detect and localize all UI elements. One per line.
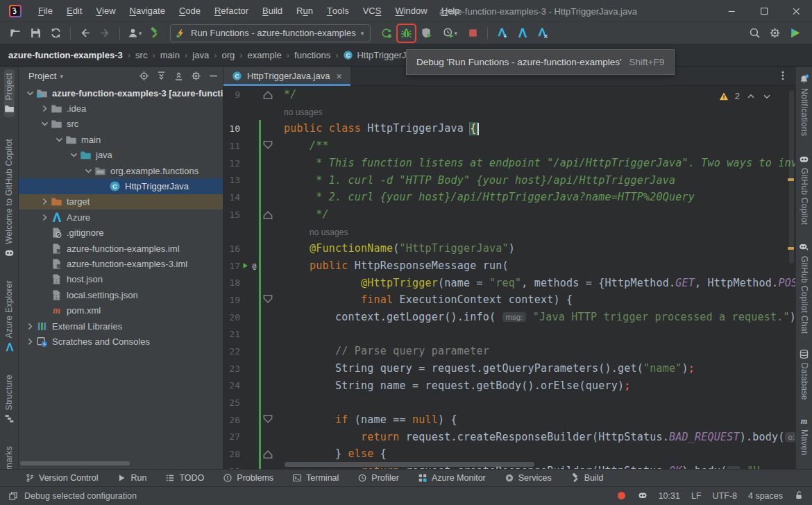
recording-indicator[interactable] xyxy=(617,490,627,502)
menu-refactor[interactable]: Refactor xyxy=(208,0,255,22)
project-tree-row[interactable]: main xyxy=(19,132,223,147)
tool-stripe-welcome-to-github-copilot[interactable]: Welcome to GitHub Copilot xyxy=(4,135,15,262)
fold-marker-icon[interactable] xyxy=(261,293,275,307)
line-number[interactable]: 10 xyxy=(223,123,240,134)
breadcrumb-item[interactable]: main xyxy=(160,50,180,60)
tab-close-icon[interactable]: × xyxy=(336,71,341,82)
breadcrumb-item[interactable]: functions xyxy=(294,50,330,60)
code-line[interactable]: 19 final ExecutionContext context) { xyxy=(223,291,795,309)
code-line[interactable]: 17@ public HttpResponseMessage run( xyxy=(223,257,795,275)
run-configuration-select[interactable]: Run Functions - azure-function-examples … xyxy=(170,24,371,42)
toolwindow-version-control[interactable]: Version Control xyxy=(25,473,98,483)
rerun-button[interactable] xyxy=(377,24,396,42)
project-tree-row[interactable]: java xyxy=(19,148,223,163)
line-number[interactable]: 24 xyxy=(223,380,240,391)
run-widget[interactable]: Debug selected configuration xyxy=(8,491,137,501)
collapse-all-icon[interactable] xyxy=(174,71,184,81)
project-tree-row[interactable]: azure-function-examples.iml xyxy=(19,241,223,256)
project-tree-row[interactable]: org.example.functions xyxy=(19,163,223,178)
chevron-down-icon[interactable] xyxy=(68,149,80,161)
breadcrumb-item[interactable]: java xyxy=(192,50,209,60)
line-number[interactable]: 13 xyxy=(223,175,240,185)
line-number[interactable]: 25 xyxy=(223,397,240,408)
project-horizontal-scrollbar[interactable] xyxy=(20,461,130,465)
line-number[interactable]: 28 xyxy=(223,449,240,459)
line-number[interactable]: 20 xyxy=(223,312,240,323)
menu-file[interactable]: File xyxy=(31,0,60,22)
menu-code[interactable]: Code xyxy=(172,0,208,22)
code-line[interactable]: 18 @HttpTrigger(name = "req", methods = … xyxy=(223,274,795,291)
code-line[interactable]: 12 * This function listens at endpoint "… xyxy=(223,155,795,172)
menu-view[interactable]: View xyxy=(89,0,122,22)
code-line[interactable]: 15 */ xyxy=(223,206,795,223)
chevron-right-icon[interactable] xyxy=(39,196,51,207)
toolwindow-profiler[interactable]: Profiler xyxy=(357,473,399,483)
line-number[interactable]: 9 xyxy=(223,89,240,100)
more-options-icon[interactable] xyxy=(777,70,788,81)
toolwindow-azure-monitor[interactable]: Azure Monitor xyxy=(418,473,486,483)
code-line[interactable]: no usages xyxy=(223,103,795,121)
code-line[interactable]: 28 } else { xyxy=(223,445,795,463)
code-line[interactable]: 11 /** xyxy=(223,137,795,155)
chevron-down-icon[interactable] xyxy=(83,165,94,177)
tool-stripe-maven[interactable]: mMaven xyxy=(799,412,809,459)
chevron-down-icon[interactable]: ▾ xyxy=(60,73,63,80)
code-line[interactable]: no usages xyxy=(223,223,795,240)
code-line[interactable]: 20 context.getLogger().info( msg: "Java … xyxy=(223,309,795,326)
toolwindow-services[interactable]: Services xyxy=(505,473,552,483)
toolwindow-todo[interactable]: TODO xyxy=(165,473,204,483)
close-button[interactable] xyxy=(780,0,812,22)
usages-hint[interactable]: no usages xyxy=(284,108,322,117)
minimize-button[interactable] xyxy=(716,0,748,22)
code-line[interactable]: 14 * 2. curl {your host}/api/HttpTrigger… xyxy=(223,189,795,206)
search-button[interactable] xyxy=(745,24,764,42)
menu-run[interactable]: Run xyxy=(289,0,320,22)
locate-icon[interactable] xyxy=(139,71,149,81)
tool-stripe-azure-explorer[interactable]: Azure Explorer xyxy=(4,277,15,356)
code-line[interactable]: 10public class HttpTriggerJava { xyxy=(223,120,795,137)
toolwindow-terminal[interactable]: Terminal xyxy=(292,473,339,483)
usages-hint[interactable]: no usages xyxy=(310,228,348,237)
line-number[interactable]: 16 xyxy=(223,243,240,254)
breadcrumb-item[interactable]: org xyxy=(221,50,235,60)
tool-stripe-database[interactable]: Database xyxy=(799,345,809,404)
coverage-shield-button[interactable] xyxy=(417,24,436,42)
project-tree-row[interactable]: External Libraries xyxy=(19,318,223,334)
project-tree-row[interactable]: Scratches and Consoles xyxy=(19,334,223,349)
menu-vcs[interactable]: VCS xyxy=(356,0,389,22)
line-number[interactable]: 21 xyxy=(223,329,240,339)
arrow-forward-button[interactable] xyxy=(96,24,115,42)
breadcrumb-item[interactable]: example xyxy=(248,50,282,60)
line-number[interactable]: 18 xyxy=(223,277,240,288)
line-number[interactable]: 27 xyxy=(223,431,240,442)
fold-marker-icon[interactable] xyxy=(261,87,275,101)
project-tree-row[interactable]: target xyxy=(19,194,223,209)
line-number[interactable]: 26 xyxy=(223,415,240,425)
chevron-right-icon[interactable] xyxy=(24,320,36,332)
project-tree-row[interactable]: src xyxy=(19,117,223,132)
chevron-right-icon[interactable] xyxy=(39,212,51,223)
toolwindow-problems[interactable]: Problems xyxy=(223,473,273,483)
code-line[interactable]: 27 return request.createResponseBuilder(… xyxy=(223,428,795,445)
menu-window[interactable]: Window xyxy=(388,0,434,22)
caret-position[interactable]: 10:31 xyxy=(659,491,680,501)
line-number[interactable]: 19 xyxy=(223,295,240,305)
fold-marker-icon[interactable] xyxy=(261,139,275,153)
code-line[interactable]: 16 @FunctionName("HttpTriggerJava") xyxy=(223,240,795,257)
project-tree-row[interactable]: CHttpTriggerJava xyxy=(19,178,223,194)
open-folder-button[interactable] xyxy=(6,24,25,42)
project-panel-title[interactable]: Project xyxy=(28,71,56,81)
breadcrumb-item[interactable]: azure-function-examples-3 xyxy=(8,50,123,60)
chevron-down-icon[interactable] xyxy=(39,118,51,130)
stop-button[interactable] xyxy=(464,24,482,42)
line-number[interactable]: 15 xyxy=(223,209,240,220)
project-tree-row[interactable]: azure-function-examples-3.iml xyxy=(19,256,223,271)
project-tree-row[interactable]: azure-function-examples-3 [azure-functi xyxy=(19,85,223,101)
fold-marker-icon[interactable] xyxy=(261,413,275,427)
code-line[interactable]: 26 if (name == null) { xyxy=(223,411,795,429)
inspection-widget[interactable]: 2 xyxy=(715,89,776,103)
tool-stripe-structure[interactable]: Structure xyxy=(4,371,15,427)
editor-tab[interactable]: C HttpTriggerJava.java × xyxy=(223,67,350,85)
horizontal-scrollbar[interactable] xyxy=(285,462,534,467)
settings-gear-icon[interactable] xyxy=(191,71,201,81)
